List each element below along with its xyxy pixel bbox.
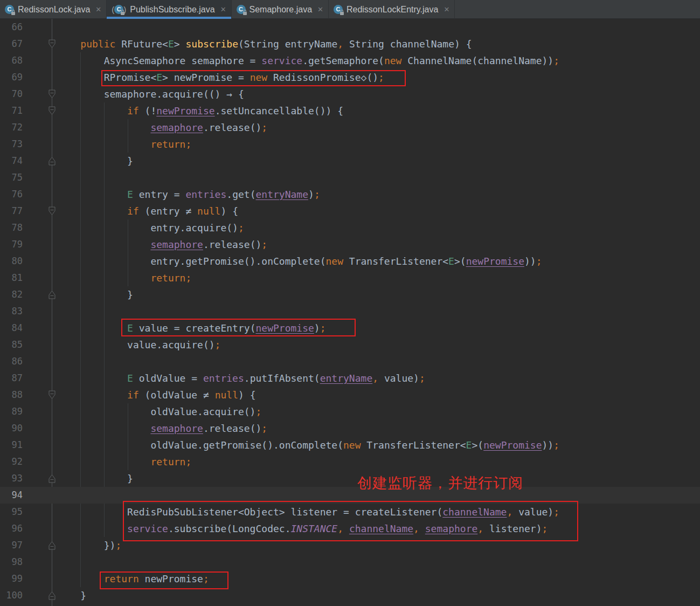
java-class-icon: C [114, 5, 123, 14]
line-number[interactable]: 85 [0, 336, 23, 353]
line-number[interactable]: 94 [0, 487, 23, 504]
code-line-67[interactable]: 67 public RFuture<E> subscribe(String en… [0, 36, 700, 52]
line-number[interactable]: 88 [0, 387, 23, 403]
fold-up-icon[interactable] [48, 156, 56, 168]
fold-down-icon[interactable] [48, 89, 56, 101]
line-number[interactable]: 76 [0, 186, 23, 203]
line-number[interactable]: 100 [0, 587, 23, 604]
code-line-98[interactable]: 98 [0, 554, 700, 570]
code-text: if (!newPromise.setUncancellable()) { [57, 102, 343, 119]
fold-up-icon[interactable] [48, 541, 56, 552]
fold-up-icon[interactable] [48, 591, 56, 602]
code-line-83[interactable]: 83 [0, 303, 700, 320]
code-line-82[interactable]: 82 } [0, 286, 700, 303]
tab-publishsubscribe-java[interactable]: (C)PublishSubscribe.java✕ [107, 0, 231, 19]
line-number[interactable]: 95 [0, 504, 23, 520]
code-line-75[interactable]: 75 [0, 169, 700, 186]
code-line-68[interactable]: 68 AsyncSemaphore semaphore = service.ge… [0, 52, 700, 69]
tab-label: PublishSubscribe.java [130, 5, 214, 15]
line-number[interactable]: 97 [0, 537, 23, 554]
fold-down-icon[interactable] [48, 206, 56, 218]
close-icon[interactable]: ✕ [95, 5, 101, 13]
line-number[interactable]: 68 [0, 52, 23, 69]
line-number[interactable]: 73 [0, 136, 23, 153]
tab-label: RedissonLock.java [18, 5, 90, 15]
lock-icon [121, 12, 124, 15]
code-text: value.acquire(); [57, 336, 220, 353]
annotation-text: 创建监听器，并进行订阅 [357, 473, 523, 493]
code-line-77[interactable]: 77 if (entry ≠ null) { [0, 203, 700, 219]
code-text: oldValue.acquire(); [57, 403, 261, 420]
line-number[interactable]: 92 [0, 453, 23, 470]
line-number[interactable]: 71 [0, 102, 23, 119]
line-number[interactable]: 74 [0, 153, 23, 169]
lock-icon [243, 12, 247, 15]
line-number[interactable]: 75 [0, 169, 23, 186]
line-number[interactable]: 84 [0, 320, 23, 336]
line-number[interactable]: 70 [0, 86, 23, 102]
code-line-71[interactable]: 71 if (!newPromise.setUncancellable()) { [0, 102, 700, 119]
code-line-88[interactable]: 88 if (oldValue ≠ null) { [0, 387, 700, 403]
line-number[interactable]: 93 [0, 470, 23, 487]
close-icon[interactable]: ✕ [317, 5, 323, 13]
line-number[interactable]: 99 [0, 570, 23, 587]
code-line-70[interactable]: 70 semaphore.acquire(() → { [0, 86, 700, 102]
code-text: } [57, 286, 133, 303]
code-text: entry.acquire(); [57, 219, 244, 236]
code-line-100[interactable]: 100 } [0, 587, 700, 604]
code-line-79[interactable]: 79 semaphore.release(); [0, 236, 700, 253]
code-line-74[interactable]: 74 } [0, 153, 700, 169]
code-line-85[interactable]: 85 value.acquire(); [0, 336, 700, 353]
java-class-icon: C [334, 5, 343, 14]
code-line-78[interactable]: 78 entry.acquire(); [0, 219, 700, 236]
tab-semaphore-java[interactable]: CSemaphore.java✕ [232, 0, 329, 19]
line-number[interactable]: 89 [0, 403, 23, 420]
line-number[interactable]: 91 [0, 437, 23, 453]
line-number[interactable]: 78 [0, 219, 23, 236]
code-line-80[interactable]: 80 entry.getPromise().onComplete(new Tra… [0, 253, 700, 270]
fold-down-icon[interactable] [48, 39, 56, 51]
code-line-93[interactable]: 93 } [0, 470, 700, 487]
code-line-76[interactable]: 76 E entry = entries.get(entryName); [0, 186, 700, 203]
code-line-92[interactable]: 92 return; [0, 453, 700, 470]
line-number[interactable]: 83 [0, 303, 23, 320]
line-number[interactable]: 96 [0, 520, 23, 537]
line-number[interactable]: 86 [0, 353, 23, 370]
code-line-73[interactable]: 73 return; [0, 136, 700, 153]
tab-redissonlockentry-java[interactable]: CRedissonLockEntry.java✕ [329, 0, 455, 19]
code-line-87[interactable]: 87 E oldValue = entries.putIfAbsent(entr… [0, 370, 700, 387]
line-number[interactable]: 90 [0, 420, 23, 437]
line-number[interactable]: 79 [0, 236, 23, 253]
lock-icon [340, 12, 344, 15]
code-line-91[interactable]: 91 oldValue.getPromise().onComplete(new … [0, 437, 700, 453]
fold-down-icon[interactable] [48, 106, 56, 118]
line-number[interactable]: 98 [0, 554, 23, 570]
fold-up-icon[interactable] [48, 474, 56, 485]
line-number[interactable]: 82 [0, 286, 23, 303]
fold-up-icon[interactable] [48, 290, 56, 301]
code-line-72[interactable]: 72 semaphore.release(); [0, 119, 700, 136]
code-text: E oldValue = entries.putIfAbsent(entryNa… [57, 370, 425, 387]
code-line-89[interactable]: 89 oldValue.acquire(); [0, 403, 700, 420]
line-number[interactable]: 67 [0, 36, 23, 52]
code-text: return; [57, 136, 191, 153]
tab-redissonlock-java[interactable]: CRedissonLock.java✕ [0, 0, 107, 19]
code-text: if (entry ≠ null) { [57, 203, 238, 219]
code-text: semaphore.release(); [57, 119, 267, 136]
code-line-81[interactable]: 81 return; [0, 270, 700, 286]
line-number[interactable]: 77 [0, 203, 23, 219]
close-icon[interactable]: ✕ [443, 5, 449, 13]
code-line-86[interactable]: 86 [0, 353, 700, 370]
code-line-90[interactable]: 90 semaphore.release(); [0, 420, 700, 437]
code-line-66[interactable]: 66 [0, 19, 700, 36]
line-number[interactable]: 69 [0, 69, 23, 86]
close-icon[interactable]: ✕ [220, 5, 226, 13]
highlight-box-line-95-96 [123, 501, 578, 541]
fold-down-icon[interactable] [48, 390, 56, 402]
code-text: } [57, 470, 133, 487]
line-number[interactable]: 81 [0, 270, 23, 286]
line-number[interactable]: 80 [0, 253, 23, 270]
line-number[interactable]: 72 [0, 119, 23, 136]
line-number[interactable]: 87 [0, 370, 23, 387]
line-number[interactable]: 66 [0, 19, 23, 36]
